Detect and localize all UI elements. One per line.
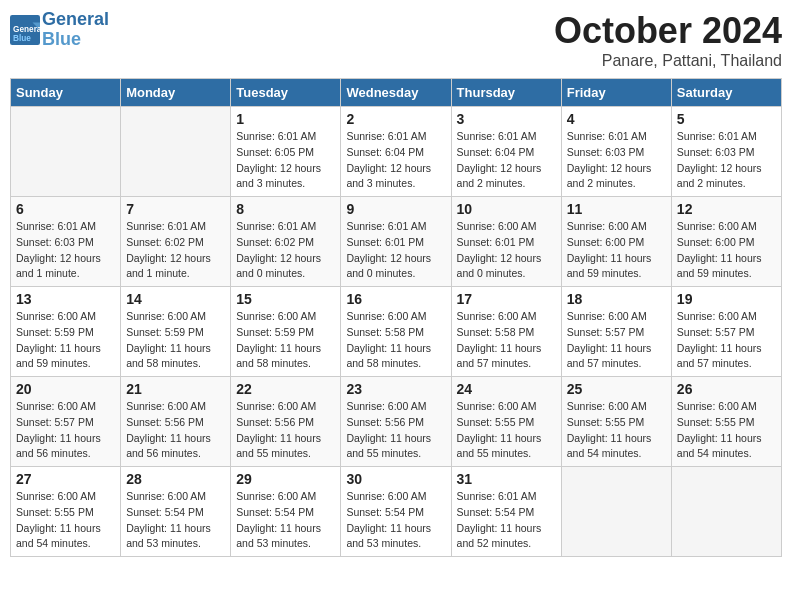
day-number: 7 bbox=[126, 201, 225, 217]
calendar-cell: 2Sunrise: 6:01 AMSunset: 6:04 PMDaylight… bbox=[341, 107, 451, 197]
calendar-cell: 29Sunrise: 6:00 AMSunset: 5:54 PMDayligh… bbox=[231, 467, 341, 557]
header-row: Sunday Monday Tuesday Wednesday Thursday… bbox=[11, 79, 782, 107]
day-info: Sunrise: 6:01 AMSunset: 6:04 PMDaylight:… bbox=[457, 129, 556, 192]
calendar-cell: 21Sunrise: 6:00 AMSunset: 5:56 PMDayligh… bbox=[121, 377, 231, 467]
day-number: 26 bbox=[677, 381, 776, 397]
col-saturday: Saturday bbox=[671, 79, 781, 107]
day-info: Sunrise: 6:00 AMSunset: 6:00 PMDaylight:… bbox=[567, 219, 666, 282]
day-number: 28 bbox=[126, 471, 225, 487]
day-number: 15 bbox=[236, 291, 335, 307]
calendar-cell: 12Sunrise: 6:00 AMSunset: 6:00 PMDayligh… bbox=[671, 197, 781, 287]
logo: General Blue GeneralBlue bbox=[10, 10, 109, 50]
day-info: Sunrise: 6:01 AMSunset: 6:03 PMDaylight:… bbox=[16, 219, 115, 282]
calendar-cell: 4Sunrise: 6:01 AMSunset: 6:03 PMDaylight… bbox=[561, 107, 671, 197]
day-number: 18 bbox=[567, 291, 666, 307]
day-info: Sunrise: 6:01 AMSunset: 6:03 PMDaylight:… bbox=[567, 129, 666, 192]
day-info: Sunrise: 6:00 AMSunset: 5:58 PMDaylight:… bbox=[457, 309, 556, 372]
day-info: Sunrise: 6:01 AMSunset: 6:01 PMDaylight:… bbox=[346, 219, 445, 282]
day-info: Sunrise: 6:00 AMSunset: 5:55 PMDaylight:… bbox=[567, 399, 666, 462]
day-number: 12 bbox=[677, 201, 776, 217]
day-number: 24 bbox=[457, 381, 556, 397]
calendar-cell bbox=[561, 467, 671, 557]
day-number: 31 bbox=[457, 471, 556, 487]
day-info: Sunrise: 6:00 AMSunset: 6:01 PMDaylight:… bbox=[457, 219, 556, 282]
day-number: 10 bbox=[457, 201, 556, 217]
day-info: Sunrise: 6:01 AMSunset: 5:54 PMDaylight:… bbox=[457, 489, 556, 552]
title-area: October 2024 Panare, Pattani, Thailand bbox=[554, 10, 782, 70]
day-number: 16 bbox=[346, 291, 445, 307]
day-info: Sunrise: 6:00 AMSunset: 6:00 PMDaylight:… bbox=[677, 219, 776, 282]
calendar-cell: 31Sunrise: 6:01 AMSunset: 5:54 PMDayligh… bbox=[451, 467, 561, 557]
calendar-cell: 6Sunrise: 6:01 AMSunset: 6:03 PMDaylight… bbox=[11, 197, 121, 287]
day-info: Sunrise: 6:01 AMSunset: 6:02 PMDaylight:… bbox=[236, 219, 335, 282]
day-number: 4 bbox=[567, 111, 666, 127]
calendar-cell: 8Sunrise: 6:01 AMSunset: 6:02 PMDaylight… bbox=[231, 197, 341, 287]
day-info: Sunrise: 6:00 AMSunset: 5:54 PMDaylight:… bbox=[236, 489, 335, 552]
day-number: 27 bbox=[16, 471, 115, 487]
day-info: Sunrise: 6:00 AMSunset: 5:59 PMDaylight:… bbox=[16, 309, 115, 372]
day-number: 1 bbox=[236, 111, 335, 127]
day-number: 3 bbox=[457, 111, 556, 127]
day-info: Sunrise: 6:01 AMSunset: 6:04 PMDaylight:… bbox=[346, 129, 445, 192]
col-sunday: Sunday bbox=[11, 79, 121, 107]
day-number: 30 bbox=[346, 471, 445, 487]
calendar-table: Sunday Monday Tuesday Wednesday Thursday… bbox=[10, 78, 782, 557]
calendar-cell: 7Sunrise: 6:01 AMSunset: 6:02 PMDaylight… bbox=[121, 197, 231, 287]
header: General Blue GeneralBlue October 2024 Pa… bbox=[10, 10, 782, 70]
day-number: 19 bbox=[677, 291, 776, 307]
day-info: Sunrise: 6:01 AMSunset: 6:03 PMDaylight:… bbox=[677, 129, 776, 192]
day-number: 29 bbox=[236, 471, 335, 487]
calendar-cell: 13Sunrise: 6:00 AMSunset: 5:59 PMDayligh… bbox=[11, 287, 121, 377]
day-info: Sunrise: 6:00 AMSunset: 5:57 PMDaylight:… bbox=[567, 309, 666, 372]
day-info: Sunrise: 6:00 AMSunset: 5:58 PMDaylight:… bbox=[346, 309, 445, 372]
day-info: Sunrise: 6:00 AMSunset: 5:55 PMDaylight:… bbox=[16, 489, 115, 552]
day-number: 22 bbox=[236, 381, 335, 397]
calendar-cell: 11Sunrise: 6:00 AMSunset: 6:00 PMDayligh… bbox=[561, 197, 671, 287]
day-number: 23 bbox=[346, 381, 445, 397]
calendar-cell: 16Sunrise: 6:00 AMSunset: 5:58 PMDayligh… bbox=[341, 287, 451, 377]
calendar-week-3: 13Sunrise: 6:00 AMSunset: 5:59 PMDayligh… bbox=[11, 287, 782, 377]
col-friday: Friday bbox=[561, 79, 671, 107]
logo-icon: General Blue bbox=[10, 15, 40, 45]
calendar-cell bbox=[121, 107, 231, 197]
calendar-cell bbox=[11, 107, 121, 197]
calendar-cell: 14Sunrise: 6:00 AMSunset: 5:59 PMDayligh… bbox=[121, 287, 231, 377]
calendar-cell: 20Sunrise: 6:00 AMSunset: 5:57 PMDayligh… bbox=[11, 377, 121, 467]
calendar-cell: 19Sunrise: 6:00 AMSunset: 5:57 PMDayligh… bbox=[671, 287, 781, 377]
day-info: Sunrise: 6:01 AMSunset: 6:02 PMDaylight:… bbox=[126, 219, 225, 282]
calendar-cell: 15Sunrise: 6:00 AMSunset: 5:59 PMDayligh… bbox=[231, 287, 341, 377]
calendar-cell: 3Sunrise: 6:01 AMSunset: 6:04 PMDaylight… bbox=[451, 107, 561, 197]
day-number: 13 bbox=[16, 291, 115, 307]
day-info: Sunrise: 6:00 AMSunset: 5:57 PMDaylight:… bbox=[677, 309, 776, 372]
day-number: 11 bbox=[567, 201, 666, 217]
day-info: Sunrise: 6:00 AMSunset: 5:59 PMDaylight:… bbox=[236, 309, 335, 372]
calendar-cell: 5Sunrise: 6:01 AMSunset: 6:03 PMDaylight… bbox=[671, 107, 781, 197]
col-wednesday: Wednesday bbox=[341, 79, 451, 107]
day-info: Sunrise: 6:00 AMSunset: 5:56 PMDaylight:… bbox=[126, 399, 225, 462]
calendar-week-2: 6Sunrise: 6:01 AMSunset: 6:03 PMDaylight… bbox=[11, 197, 782, 287]
calendar-cell: 23Sunrise: 6:00 AMSunset: 5:56 PMDayligh… bbox=[341, 377, 451, 467]
day-info: Sunrise: 6:01 AMSunset: 6:05 PMDaylight:… bbox=[236, 129, 335, 192]
calendar-cell: 24Sunrise: 6:00 AMSunset: 5:55 PMDayligh… bbox=[451, 377, 561, 467]
day-number: 14 bbox=[126, 291, 225, 307]
day-info: Sunrise: 6:00 AMSunset: 5:57 PMDaylight:… bbox=[16, 399, 115, 462]
calendar-week-4: 20Sunrise: 6:00 AMSunset: 5:57 PMDayligh… bbox=[11, 377, 782, 467]
svg-text:General: General bbox=[13, 24, 40, 33]
day-number: 21 bbox=[126, 381, 225, 397]
calendar-subtitle: Panare, Pattani, Thailand bbox=[554, 52, 782, 70]
calendar-cell: 25Sunrise: 6:00 AMSunset: 5:55 PMDayligh… bbox=[561, 377, 671, 467]
day-number: 20 bbox=[16, 381, 115, 397]
day-number: 5 bbox=[677, 111, 776, 127]
calendar-cell: 18Sunrise: 6:00 AMSunset: 5:57 PMDayligh… bbox=[561, 287, 671, 377]
day-info: Sunrise: 6:00 AMSunset: 5:54 PMDaylight:… bbox=[126, 489, 225, 552]
day-number: 9 bbox=[346, 201, 445, 217]
calendar-cell: 22Sunrise: 6:00 AMSunset: 5:56 PMDayligh… bbox=[231, 377, 341, 467]
calendar-title: October 2024 bbox=[554, 10, 782, 52]
calendar-cell bbox=[671, 467, 781, 557]
day-number: 17 bbox=[457, 291, 556, 307]
calendar-cell: 27Sunrise: 6:00 AMSunset: 5:55 PMDayligh… bbox=[11, 467, 121, 557]
calendar-cell: 1Sunrise: 6:01 AMSunset: 6:05 PMDaylight… bbox=[231, 107, 341, 197]
day-number: 6 bbox=[16, 201, 115, 217]
calendar-cell: 30Sunrise: 6:00 AMSunset: 5:54 PMDayligh… bbox=[341, 467, 451, 557]
svg-text:Blue: Blue bbox=[13, 33, 31, 42]
